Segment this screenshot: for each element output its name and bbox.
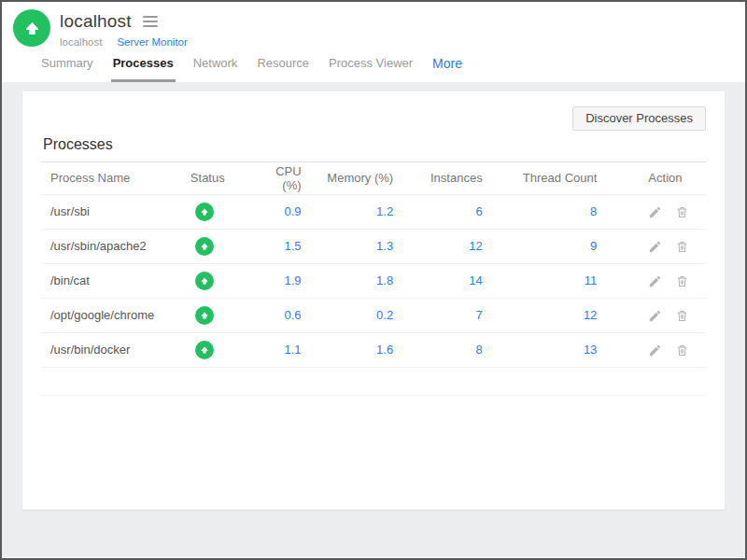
status-up-icon — [195, 306, 214, 325]
column-header-instances: Instances — [400, 162, 489, 194]
up-arrow-icon — [23, 20, 41, 37]
tab-process-viewer[interactable]: Process Viewer — [327, 56, 415, 82]
tab-bar: Summary Processes Network Resource Proce… — [13, 56, 732, 82]
thread-count-value-link[interactable]: 9 — [590, 239, 597, 253]
edit-icon[interactable] — [648, 240, 662, 254]
tab-network[interactable]: Network — [191, 56, 240, 82]
processes-table: Process Name Status CPU (%) Memory (%) I… — [41, 162, 706, 396]
tab-more[interactable]: More — [430, 56, 464, 82]
thread-count-value-link[interactable]: 12 — [584, 308, 597, 322]
breadcrumb-host: localhost — [60, 36, 102, 48]
memory-value-link[interactable]: 1.3 — [376, 239, 393, 253]
process-name-cell: /usr/sbi — [41, 194, 182, 229]
instances-value-link[interactable]: 6 — [475, 204, 482, 218]
breadcrumb: localhost Server Monitor — [60, 36, 188, 48]
memory-value-link[interactable]: 1.8 — [376, 273, 393, 287]
memory-value-link[interactable]: 1.2 — [376, 204, 393, 218]
status-up-icon — [195, 203, 214, 221]
instances-value-link[interactable]: 8 — [475, 343, 482, 357]
delete-icon[interactable] — [675, 309, 689, 323]
tab-processes[interactable]: Processes — [111, 56, 176, 82]
table-row: /opt/google/chrome 0.6 0.2 7 12 — [41, 298, 706, 332]
instances-value-link[interactable]: 7 — [475, 308, 482, 322]
edit-icon[interactable] — [648, 205, 662, 219]
cpu-value-link[interactable]: 1.5 — [285, 239, 302, 253]
column-header-process-name: Process Name — [41, 162, 182, 194]
content-area: Discover Processes Processes Process Nam… — [2, 82, 745, 557]
edit-icon[interactable] — [648, 309, 662, 323]
status-up-icon — [195, 272, 214, 290]
process-name-cell: /bin/cat — [41, 263, 182, 298]
cpu-value-link[interactable]: 1.9 — [285, 273, 302, 287]
thread-count-value-link[interactable]: 11 — [585, 273, 598, 287]
column-header-action: Action — [603, 162, 706, 194]
process-name-cell: /usr/bin/docker — [41, 332, 182, 367]
monitor-status-avatar — [13, 9, 50, 47]
instances-value-link[interactable]: 14 — [469, 273, 482, 287]
thread-count-value-link[interactable]: 8 — [590, 204, 597, 218]
app-header: localhost localhost Server Monitor Summa… — [2, 2, 745, 82]
tab-resource[interactable]: Resource — [255, 56, 311, 82]
status-up-icon — [195, 341, 214, 359]
process-name-cell: /opt/google/chrome — [41, 298, 182, 332]
tab-summary[interactable]: Summary — [39, 56, 95, 82]
cpu-value-link[interactable]: 0.9 — [285, 204, 302, 218]
cpu-value-link[interactable]: 1.1 — [285, 343, 302, 357]
table-row-empty — [41, 367, 706, 395]
column-header-status: Status — [182, 162, 259, 194]
memory-value-link[interactable]: 0.2 — [376, 308, 393, 322]
discover-processes-button[interactable]: Discover Processes — [572, 106, 706, 131]
edit-icon[interactable] — [648, 343, 662, 357]
table-row: /usr/sbin/apache2 1.5 1.3 12 9 — [41, 229, 706, 263]
table-header-row: Process Name Status CPU (%) Memory (%) I… — [41, 162, 706, 194]
delete-icon[interactable] — [675, 343, 689, 357]
edit-icon[interactable] — [648, 274, 662, 288]
page-title: localhost — [60, 11, 132, 32]
column-header-thread-count: Thread Count — [489, 162, 604, 194]
column-header-memory: Memory (%) — [308, 162, 401, 194]
column-header-cpu: CPU (%) — [259, 162, 307, 194]
section-title: Processes — [41, 136, 706, 162]
thread-count-value-link[interactable]: 13 — [584, 343, 597, 357]
breadcrumb-monitor-type-link[interactable]: Server Monitor — [117, 36, 187, 48]
processes-card: Discover Processes Processes Process Nam… — [22, 91, 725, 510]
menu-icon[interactable] — [141, 14, 160, 29]
instances-value-link[interactable]: 12 — [469, 239, 482, 253]
delete-icon[interactable] — [675, 240, 689, 254]
table-row: /usr/bin/docker 1.1 1.6 8 13 — [41, 332, 706, 367]
status-up-icon — [195, 237, 214, 256]
memory-value-link[interactable]: 1.6 — [376, 343, 393, 357]
delete-icon[interactable] — [675, 205, 689, 219]
cpu-value-link[interactable]: 0.6 — [285, 308, 302, 322]
table-row: /bin/cat 1.9 1.8 14 11 — [41, 263, 706, 298]
process-name-cell: /usr/sbin/apache2 — [41, 229, 182, 263]
table-row: /usr/sbi 0.9 1.2 6 8 — [41, 194, 706, 229]
delete-icon[interactable] — [675, 274, 689, 288]
